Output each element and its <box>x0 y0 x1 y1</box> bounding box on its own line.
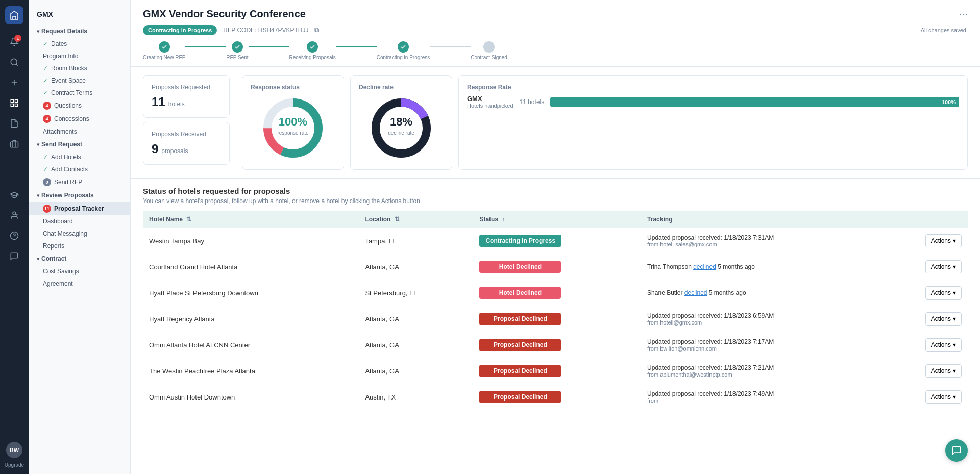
sidebar-item-reports[interactable]: Reports <box>29 240 130 252</box>
chevron-down-icon: ▾ <box>37 29 39 34</box>
add-icon[interactable] <box>5 73 23 92</box>
user-plus-icon[interactable] <box>5 206 23 224</box>
step-circle-done <box>232 41 243 53</box>
sidebar-item-attachments[interactable]: Attachments <box>29 126 130 138</box>
check-icon: ✓ <box>43 166 48 173</box>
proposals-received-card: Proposals Received 9 proposals <box>143 122 230 165</box>
actions-button[interactable]: Actions ▾ <box>925 260 962 273</box>
actions-button[interactable]: Actions ▾ <box>925 364 962 378</box>
sidebar-item-concessions[interactable]: 4 Concessions <box>29 112 130 126</box>
copy-icon[interactable]: ⧉ <box>314 26 319 34</box>
hotel-name-cell: Omni Austin Hotel Downtown <box>143 384 359 410</box>
tracking-link[interactable]: declined <box>693 263 716 270</box>
tracking-text: Updated proposal received: 1/18/2023 6:5… <box>647 312 774 319</box>
actions-button[interactable]: Actions ▾ <box>925 390 962 404</box>
col-status[interactable]: Status ↑ <box>473 211 641 228</box>
location-cell: Tampa, FL <box>359 228 473 254</box>
sidebar-item-proposal-tracker[interactable]: 11 Proposal Tracker <box>29 202 130 215</box>
step-circle-done <box>159 41 170 53</box>
response-rate-row: GMX Hotels handpicked 11 hotels 100% <box>467 95 959 109</box>
chevron-down-icon: ▾ <box>953 237 956 244</box>
actions-button[interactable]: Actions ▾ <box>925 312 962 326</box>
sidebar-section-request-details[interactable]: ▾ Request Details <box>29 24 130 38</box>
status-cell: Contracting in Progress <box>473 228 641 254</box>
sort-icon: ⇅ <box>186 216 191 223</box>
svg-text:response rate: response rate <box>277 130 309 136</box>
hotel-name-cell: Westin Tampa Bay <box>143 228 359 254</box>
col-hotel-name[interactable]: Hotel Name ⇅ <box>143 211 359 228</box>
table-row: Hyatt Place St Petersburg Downtown St Pe… <box>143 280 968 306</box>
tracking-link[interactable]: declined <box>684 289 707 296</box>
status-cell: Proposal Declined <box>473 384 641 410</box>
svg-rect-2 <box>15 99 18 102</box>
step-label: Receiving Proposals <box>289 55 336 60</box>
svg-rect-1 <box>11 99 13 102</box>
tracking-cell: Updated proposal received: 1/18/2023 7:1… <box>641 332 968 358</box>
tracking-cell: Trina Thompson declined 5 months ago Act… <box>641 254 968 280</box>
actions-button[interactable]: Actions ▾ <box>925 286 962 300</box>
location-cell: St Petersburg, FL <box>359 280 473 306</box>
sidebar-item-add-hotels[interactable]: ✓ Add Hotels <box>29 151 130 163</box>
hotel-name-cell: The Westin Peachtree Plaza Atlanta <box>143 358 359 384</box>
send-rfp-badge: 0 <box>43 178 51 186</box>
step-label: Contract Signed <box>471 55 507 60</box>
notifications-icon[interactable]: 1 <box>5 33 23 51</box>
avatar[interactable]: BW <box>6 442 22 458</box>
sort-icon: ⇅ <box>395 216 400 223</box>
svg-rect-5 <box>11 142 18 147</box>
step-label: RFP Sent <box>226 55 248 60</box>
location-cell: Austin, TX <box>359 384 473 410</box>
svg-text:100%: 100% <box>279 115 307 128</box>
sidebar-section-review-proposals[interactable]: ▾ Review Proposals <box>29 189 130 202</box>
briefcase-icon[interactable] <box>5 135 23 153</box>
grid-icon[interactable] <box>5 94 23 112</box>
sidebar-item-add-contacts[interactable]: ✓ Add Contacts <box>29 163 130 176</box>
stats-area: Proposals Requested 11 hotels Proposals … <box>131 67 980 179</box>
app-logo[interactable] <box>5 6 23 24</box>
help-icon[interactable] <box>5 227 23 245</box>
graduation-icon[interactable] <box>5 186 23 204</box>
status-cell: Proposal Declined <box>473 358 641 384</box>
sidebar-item-event-space[interactable]: ✓ Event Space <box>29 74 130 87</box>
hotel-name-cell: Courtland Grand Hotel Atlanta <box>143 254 359 280</box>
response-rate-bar-container: 100% <box>550 97 959 107</box>
progress-step-4: Contracting in Progress <box>377 41 430 60</box>
chat-bubble-button[interactable] <box>945 439 968 462</box>
progress-step-3: Receiving Proposals <box>289 41 336 60</box>
status-badge: Proposal Declined <box>479 365 561 377</box>
search-icon[interactable] <box>5 53 23 71</box>
status-badge: Proposal Declined <box>479 313 561 325</box>
more-options-button[interactable]: ⋯ <box>959 9 968 20</box>
progress-bar: Creating New RFP RFP Sent Receiving Prop… <box>143 41 968 66</box>
sidebar-item-agreement[interactable]: Agreement <box>29 278 130 290</box>
proposals-received-sub: proposals <box>161 147 188 155</box>
actions-button[interactable]: Actions ▾ <box>925 234 962 247</box>
response-rate-hotels: 11 hotels <box>520 98 545 106</box>
sidebar-section-contract[interactable]: ▾ Contract <box>29 252 130 265</box>
sidebar-item-cost-savings[interactable]: Cost Savings <box>29 265 130 278</box>
tracking-sub: from <box>647 397 774 404</box>
actions-button[interactable]: Actions ▾ <box>925 338 962 352</box>
sidebar-item-send-rfp[interactable]: 0 Send RFP <box>29 176 130 189</box>
upgrade-button[interactable]: Upgrade <box>5 462 24 468</box>
response-status-label: Response status <box>251 84 335 91</box>
sidebar-item-chat-messaging[interactable]: Chat Messaging <box>29 228 130 240</box>
chat-icon[interactable] <box>5 247 23 265</box>
sidebar-item-dates[interactable]: ✓ Dates <box>29 38 130 50</box>
proposals-stats: Proposals Requested 11 hotels Proposals … <box>143 75 236 170</box>
response-status-card: Response status 100% response rate <box>242 75 344 170</box>
sidebar-section-send-request[interactable]: ▾ Send Request <box>29 138 130 151</box>
sidebar-item-contract-terms[interactable]: ✓ Contract Terms <box>29 87 130 99</box>
sidebar-item-dashboard[interactable]: Dashboard <box>29 215 130 228</box>
status-cell: Hotel Declined <box>473 280 641 306</box>
sidebar-item-room-blocks[interactable]: ✓ Room Blocks <box>29 62 130 74</box>
col-location[interactable]: Location ⇅ <box>359 211 473 228</box>
chevron-down-icon: ▾ <box>953 315 956 322</box>
tracking-text: Shane Butler declined 5 months ago <box>647 289 746 296</box>
sidebar-item-program-info[interactable]: Program Info <box>29 50 130 62</box>
sidebar-item-questions[interactable]: 4 Questions <box>29 99 130 112</box>
document-icon[interactable] <box>5 114 23 133</box>
chevron-down-icon: ▾ <box>37 142 39 147</box>
tracking-text: Updated proposal received: 1/18/2023 7:1… <box>647 338 774 345</box>
rfp-code: RFP CODE: HSH47PVKPTHJJ <box>223 27 308 34</box>
